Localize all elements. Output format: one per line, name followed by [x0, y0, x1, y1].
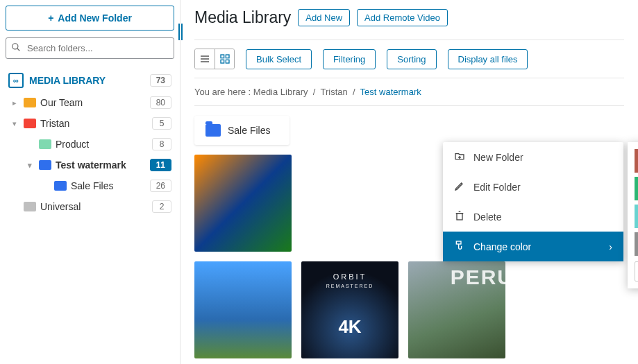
- tree-item-label: Our Team: [40, 97, 83, 108]
- color-picker-panel: ✕: [628, 142, 638, 288]
- tree-item[interactable]: ▾Test watermark11: [6, 155, 174, 175]
- tree-item-count: 5: [152, 117, 171, 130]
- main: Media Library Add New Add Remote Video B…: [181, 0, 638, 364]
- tree-item-count: 11: [150, 159, 171, 171]
- tree-item[interactable]: Product8: [6, 134, 174, 155]
- thumb-text: REMASTERED: [326, 284, 374, 288]
- search-input[interactable]: [6, 37, 174, 59]
- paint-icon: [454, 240, 465, 253]
- svg-rect-11: [457, 214, 462, 220]
- svg-rect-5: [221, 55, 224, 58]
- folder-icon: [54, 181, 67, 191]
- tree-root[interactable]: ∞ MEDIA LIBRARY 73: [6, 69, 174, 92]
- svg-rect-14: [456, 241, 461, 244]
- tree-item-label: Universal: [40, 201, 81, 212]
- color-swatch[interactable]: [635, 177, 638, 200]
- library-icon: ∞: [8, 73, 24, 88]
- media-thumbnail[interactable]: ORBITREMASTERED 4K: [301, 261, 398, 358]
- tree-item-label: Test watermark: [56, 159, 126, 171]
- folder-tile-label: Sale Files: [228, 125, 270, 136]
- sidebar: + Add New Folder ∞ MEDIA LIBRARY 73 ▸Our…: [0, 0, 181, 364]
- thumb-text: 4K: [301, 316, 398, 338]
- ctx-delete[interactable]: Delete: [443, 202, 623, 232]
- tree-item-count: 8: [152, 138, 171, 150]
- svg-point-0: [12, 43, 18, 49]
- tree-item[interactable]: Universal2: [6, 196, 174, 217]
- chevron-icon: ▾: [25, 161, 35, 170]
- grid-view-button[interactable]: [215, 49, 234, 69]
- resize-handle[interactable]: [178, 24, 183, 40]
- add-folder-label: Add New Folder: [58, 12, 132, 24]
- svg-rect-7: [221, 60, 224, 63]
- tree-item-label: Product: [56, 139, 89, 150]
- tree-root-count: 73: [150, 74, 171, 87]
- svg-rect-6: [226, 55, 229, 58]
- folder-icon: [24, 98, 36, 107]
- trash-icon: [454, 210, 465, 223]
- search-icon: [11, 42, 21, 55]
- pencil-icon: [454, 180, 465, 193]
- media-thumbnail[interactable]: PERU: [408, 261, 505, 358]
- folder-icon: [39, 139, 51, 149]
- ctx-label: New Folder: [473, 152, 523, 163]
- folder-tree: ∞ MEDIA LIBRARY 73 ▸Our Team80▾Tristan5P…: [6, 69, 174, 217]
- chevron-icon: ▸: [10, 98, 19, 107]
- media-thumbnail[interactable]: [194, 155, 292, 252]
- view-toggle: [194, 49, 235, 69]
- ctx-label: Change color: [473, 241, 531, 252]
- filtering-button[interactable]: Filtering: [323, 49, 376, 69]
- folder-icon: [24, 202, 36, 211]
- header: Media Library Add New Add Remote Video: [194, 8, 624, 27]
- tree-item-label: Tristan: [40, 118, 69, 129]
- folder-plus-icon: [454, 150, 465, 164]
- tree-root-label: MEDIA LIBRARY: [29, 75, 106, 86]
- tree-item-count: 80: [150, 96, 171, 109]
- tree-item[interactable]: Sale Files26: [6, 175, 174, 196]
- breadcrumb-current[interactable]: Test watermark: [360, 87, 421, 97]
- breadcrumb: You are here : Media Library / Tristan /…: [194, 78, 624, 106]
- ctx-edit-folder[interactable]: Edit Folder: [443, 172, 623, 202]
- breadcrumb-item[interactable]: Tristan: [320, 87, 347, 97]
- color-swatch[interactable]: [635, 232, 638, 256]
- folder-icon: [39, 160, 51, 170]
- folder-icon: [205, 124, 221, 137]
- sorting-button[interactable]: Sorting: [387, 49, 436, 69]
- breadcrumb-prefix: You are here :: [194, 87, 251, 97]
- tree-item-label: Sale Files: [71, 180, 113, 191]
- thumb-text: PERU: [451, 266, 514, 289]
- add-new-button[interactable]: Add New: [298, 9, 350, 26]
- color-swatch[interactable]: [635, 149, 638, 173]
- list-view-button[interactable]: [195, 49, 215, 69]
- svg-line-1: [17, 48, 20, 51]
- add-remote-video-button[interactable]: Add Remote Video: [357, 9, 448, 26]
- ctx-label: Delete: [473, 211, 501, 223]
- tree-item-count: 2: [152, 200, 171, 213]
- tree-item-count: 26: [150, 180, 171, 192]
- folder-icon: [24, 119, 36, 128]
- page-title: Media Library: [194, 8, 291, 27]
- folder-tile[interactable]: Sale Files: [194, 116, 289, 145]
- custom-color-input[interactable]: [635, 261, 638, 281]
- swatch-grid: [635, 149, 638, 256]
- bulk-select-button[interactable]: Bulk Select: [246, 49, 312, 69]
- thumb-text: ORBIT: [333, 272, 367, 281]
- breadcrumb-item[interactable]: Media Library: [253, 87, 308, 97]
- ctx-label: Edit Folder: [473, 182, 521, 193]
- chevron-icon: ▾: [10, 119, 19, 128]
- chevron-right-icon: ›: [609, 241, 612, 252]
- media-thumbnail[interactable]: [194, 261, 292, 358]
- display-all-button[interactable]: Display all files: [448, 49, 528, 69]
- tree-item[interactable]: ▸Our Team80: [6, 92, 174, 113]
- plus-icon: +: [48, 12, 53, 24]
- svg-rect-8: [226, 60, 229, 63]
- tree-item[interactable]: ▾Tristan5: [6, 113, 174, 134]
- ctx-change-color[interactable]: Change color ›: [443, 232, 623, 261]
- color-swatch[interactable]: [635, 205, 638, 228]
- toolbar: Bulk Select Filtering Sorting Display al…: [194, 40, 624, 78]
- add-folder-button[interactable]: + Add New Folder: [6, 6, 174, 31]
- context-menu: New Folder Edit Folder Delete Change col…: [443, 142, 623, 261]
- ctx-new-folder[interactable]: New Folder: [443, 142, 623, 172]
